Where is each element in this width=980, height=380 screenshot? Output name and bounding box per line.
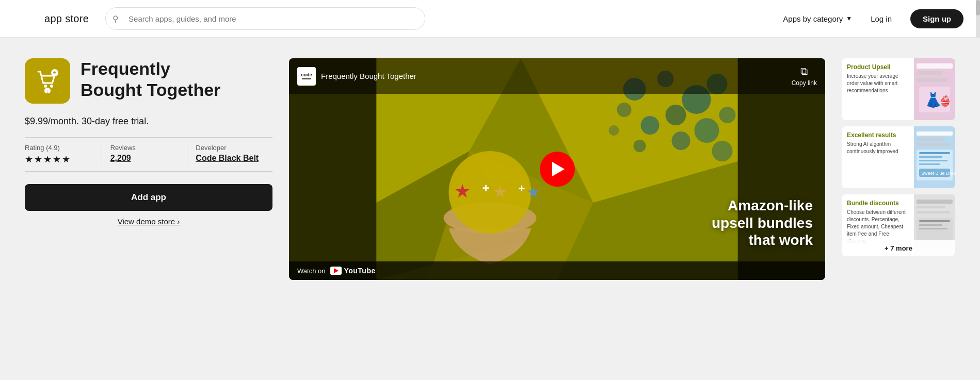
svg-rect-57 — [919, 220, 950, 222]
thumb-title-2: Excellent results — [847, 131, 909, 139]
reviews-label: Reviews — [110, 144, 179, 152]
svg-rect-44 — [917, 143, 950, 146]
thumb-image-2: Sweet Blue Dreams — [914, 126, 955, 188]
signup-button[interactable]: Sign up — [910, 9, 963, 28]
play-button[interactable] — [540, 152, 575, 187]
svg-rect-47 — [919, 156, 942, 158]
svg-rect-42 — [917, 131, 953, 136]
left-panel: + ↓ Frequently Bought Together $9.99/mon… — [25, 58, 272, 280]
right-panel: Product Upsell Increase your average ord… — [842, 58, 955, 280]
copy-icon: ⧉ — [800, 65, 808, 77]
rating-label: Rating (4.9) — [25, 144, 93, 152]
svg-rect-49 — [919, 163, 940, 165]
svg-text:+: + — [53, 69, 57, 76]
thumb-text-2: Excellent results Strong AI algorithm co… — [842, 126, 914, 188]
svg-text:👙: 👙 — [939, 95, 952, 107]
apps-by-category-menu[interactable]: Apps by category ▼ — [783, 14, 852, 23]
thumb-desc-2: Strong AI algorithm continuously improve… — [847, 141, 909, 155]
more-badge[interactable]: + 7 more — [842, 240, 955, 256]
svg-rect-43 — [917, 138, 945, 141]
stars: ★ ★ ★ ★ ★ — [25, 154, 93, 165]
svg-text:★: ★ — [493, 183, 508, 201]
star-3: ★ — [43, 154, 52, 165]
reviews-col: Reviews 2,209 — [102, 144, 187, 165]
star-4: ★ — [53, 154, 61, 165]
chevron-down-icon: ▼ — [846, 15, 852, 22]
youtube-play-icon — [330, 267, 342, 275]
svg-text:+: + — [519, 182, 525, 195]
star-5: ★ — [62, 154, 70, 165]
search-input[interactable] — [105, 7, 425, 30]
search-bar: ⚲ — [105, 7, 425, 30]
logo-text: app store — [44, 13, 89, 25]
developer-label: Developer — [196, 144, 264, 152]
svg-point-17 — [666, 105, 686, 125]
watch-on-text: Watch on — [297, 267, 325, 275]
main-content: + ↓ Frequently Bought Together $9.99/mon… — [0, 38, 980, 301]
star-1: ★ — [25, 154, 33, 165]
svg-rect-0 — [17, 7, 39, 30]
svg-rect-37 — [917, 78, 947, 82]
svg-point-25 — [609, 125, 619, 136]
svg-rect-46 — [919, 152, 950, 154]
thumb-text-1: Product Upsell Increase your average ord… — [842, 58, 914, 120]
thumb-svg-1: 👗 👙 — [914, 58, 955, 120]
app-title-area: Frequently Bought Together — [81, 58, 220, 101]
developer-col: Developer Code Black Belt — [187, 144, 272, 165]
svg-point-2 — [44, 85, 47, 88]
svg-text:★: ★ — [454, 180, 471, 202]
login-button[interactable]: Log in — [871, 14, 892, 23]
video-big-text: Amazon-like upsell bundles that work — [712, 197, 813, 249]
svg-point-22 — [634, 140, 646, 152]
svg-rect-53 — [917, 200, 953, 204]
svg-text:Sweet Blue Dreams: Sweet Blue Dreams — [921, 171, 955, 176]
big-text-line1: Amazon-like — [712, 197, 813, 214]
video-container[interactable]: ★ + ★ + ★ code Frequently Bought Togethe… — [289, 58, 825, 280]
scrollbar-track — [976, 0, 980, 38]
svg-point-20 — [617, 103, 632, 117]
app-title: Frequently Bought Together — [81, 58, 220, 101]
cart-icon: + ↓ — [34, 67, 61, 93]
thumbnail-card-3[interactable]: Bundle discounts Choose between differen… — [842, 194, 955, 256]
svg-rect-35 — [917, 63, 953, 69]
search-icon: ⚲ — [113, 14, 119, 24]
thumbnail-card-2[interactable]: Excellent results Strong AI algorithm co… — [842, 126, 955, 188]
thumbnail-card-1[interactable]: Product Upsell Increase your average ord… — [842, 58, 955, 120]
shopify-logo-icon: 🛍 — [17, 7, 39, 30]
logo-area[interactable]: 🛍 app store — [17, 7, 89, 30]
svg-point-21 — [695, 118, 719, 143]
thumb-title-3: Bundle discounts — [847, 200, 909, 207]
svg-point-3 — [50, 85, 53, 88]
app-header-row: + ↓ Frequently Bought Together — [25, 58, 272, 104]
play-triangle-icon — [552, 162, 565, 176]
svg-rect-55 — [917, 211, 950, 213]
apps-by-category-label: Apps by category — [783, 14, 843, 23]
svg-rect-58 — [919, 224, 942, 226]
video-overlay-top: code Frequently Bought Together ⧉ Copy l… — [289, 58, 825, 94]
header: 🛍 app store ⚲ Apps by category ▼ Log in … — [0, 0, 980, 38]
youtube-play-triangle — [334, 268, 339, 273]
scrollbar-thumb[interactable] — [976, 0, 980, 15]
thumb-image-1: 👗 👙 — [914, 58, 955, 120]
big-text-line3: that work — [712, 232, 813, 249]
svg-rect-36 — [917, 71, 942, 75]
add-app-button[interactable]: Add app — [25, 184, 272, 211]
svg-rect-48 — [919, 160, 947, 161]
view-demo-link[interactable]: View demo store › — [25, 217, 272, 226]
channel-icon: code — [297, 67, 316, 86]
developer-name[interactable]: Code Black Belt — [196, 154, 264, 163]
header-nav: Apps by category ▼ Log in Sign up — [783, 9, 963, 28]
copy-link-button[interactable]: ⧉ Copy link — [792, 65, 817, 87]
youtube-label: YouTube — [344, 267, 375, 275]
thumb-desc-1: Increase your average order value with s… — [847, 73, 909, 94]
svg-rect-59 — [919, 228, 947, 229]
svg-point-18 — [641, 116, 660, 135]
reviews-count[interactable]: 2,209 — [110, 154, 179, 163]
copy-link-label: Copy link — [792, 79, 817, 87]
center-panel: ★ + ★ + ★ code Frequently Bought Togethe… — [289, 58, 825, 280]
svg-text:↓: ↓ — [46, 88, 49, 93]
youtube-logo: YouTube — [330, 267, 375, 275]
meta-row: Rating (4.9) ★ ★ ★ ★ ★ Reviews 2,209 Dev… — [25, 137, 272, 172]
video-title: Frequently Bought Together — [321, 72, 416, 80]
star-2: ★ — [34, 154, 42, 165]
